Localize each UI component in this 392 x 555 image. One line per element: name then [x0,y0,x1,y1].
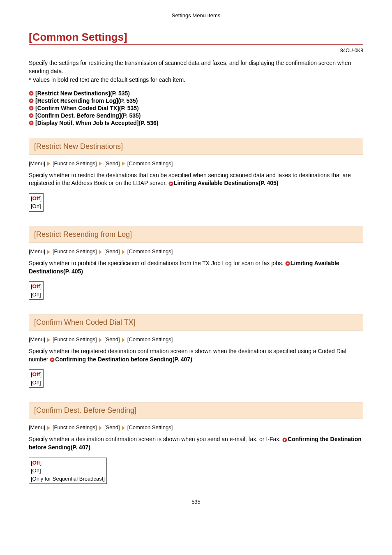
toc-item[interactable]: [Restrict New Destinations](P. 535) [29,90,363,97]
header-label: Settings Menu Items [29,12,363,18]
chevron-right-icon [99,426,102,430]
svg-marker-22 [122,338,125,342]
intro-line-1: Specify the settings for restricting the… [29,59,363,75]
section-restrict-new-destinations: [Restrict New Destinations] [Menu] [Func… [29,139,363,212]
section-description: Specify whether to restrict the destinat… [29,171,363,187]
svg-marker-27 [122,426,125,430]
section-description: Specify whether a destination confirmati… [29,435,363,451]
svg-marker-20 [47,338,50,342]
toc-item-label: [Restrict New Destinations](P. 535) [35,90,130,97]
bullet-icon [285,261,290,266]
chevron-right-icon [47,426,50,430]
chevron-right-icon [99,250,102,254]
toc-list: [Restrict New Destinations](P. 535) [Res… [29,90,363,126]
chevron-right-icon [122,338,125,342]
toc-item-label: [Confirm When Coded Dial TX](P. 535) [35,105,139,111]
intro-block: Specify the settings for restricting the… [29,59,363,84]
svg-marker-25 [47,426,50,430]
bullet-icon [29,91,34,96]
option-default: [Off] [31,370,42,379]
svg-marker-17 [122,250,125,254]
option-item: [Only for Sequential Broadcast] [31,475,105,483]
section-description: Specify whether to prohibit the specific… [29,259,363,275]
breadcrumb: [Menu] [Function Settings] [Send] [Commo… [29,160,363,166]
section-restrict-resending-from-log: [Restrict Resending from Log] [Menu] [Fu… [29,227,363,300]
breadcrumb-part: [Send] [104,336,120,342]
option-default: [Off] [31,194,42,203]
cross-reference-link[interactable]: Confirming the Destination before Sendin… [55,356,192,363]
section-confirm-when-coded-dial-tx: [Confirm When Coded Dial TX] [Menu] [Fun… [29,314,363,388]
chevron-right-icon [47,338,50,342]
breadcrumb-part: [Common Settings] [127,424,173,430]
toc-item[interactable]: [Display Notif. When Job Is Accepted](P.… [29,120,363,126]
toc-item[interactable]: [Restrict Resending from Log](P. 535) [29,97,363,104]
desc-text: Specify whether to prohibit the specific… [29,260,285,266]
svg-marker-21 [99,338,102,342]
breadcrumb-part: [Function Settings] [53,424,97,430]
chevron-right-icon [47,250,50,254]
desc-text: Specify whether a destination confirmati… [29,436,282,442]
page-number: 535 [29,499,363,505]
svg-marker-16 [99,250,102,254]
option-item: [On] [31,467,105,475]
section-title: [Confirm Dest. Before Sending] [29,402,363,419]
svg-marker-12 [122,162,125,166]
section-title: [Restrict New Destinations] [29,139,363,155]
chevron-right-icon [122,162,125,166]
bullet-icon [29,120,34,125]
toc-item[interactable]: [Confirm When Coded Dial TX](P. 535) [29,105,363,111]
breadcrumb-part: [Common Settings] [127,336,173,342]
toc-item[interactable]: [Confirm Dest. Before Sending](P. 535) [29,112,363,119]
bullet-icon [50,357,55,362]
section-title: [Confirm When Coded Dial TX] [29,314,363,331]
bullet-icon [29,106,34,111]
options-box: [Off] [On] [Only for Sequential Broadcas… [29,458,107,484]
svg-marker-10 [47,162,50,166]
breadcrumb-part: [Send] [104,424,120,430]
breadcrumb: [Menu] [Function Settings] [Send] [Commo… [29,248,363,254]
breadcrumb: [Menu] [Function Settings] [Send] [Commo… [29,336,363,342]
option-default: [Off] [31,282,42,291]
intro-line-2: * Values in bold red text are the defaul… [29,76,363,84]
cross-reference-link[interactable]: Limiting Available Destinations(P. 405) [174,180,279,186]
bullet-icon [282,437,287,442]
toc-item-label: [Confirm Dest. Before Sending](P. 535) [35,112,141,119]
breadcrumb-part: [Send] [104,248,120,254]
breadcrumb-part: [Function Settings] [53,248,97,254]
chevron-right-icon [99,338,102,342]
breadcrumb-part: [Function Settings] [53,336,97,342]
section-description: Specify whether the registered destinati… [29,347,363,363]
breadcrumb-part: [Menu] [29,248,45,254]
chevron-right-icon [99,162,102,166]
svg-marker-26 [99,426,102,430]
chevron-right-icon [47,162,50,166]
svg-marker-11 [99,162,102,166]
breadcrumb: [Menu] [Function Settings] [Send] [Commo… [29,424,363,430]
section-confirm-dest-before-sending: [Confirm Dest. Before Sending] [Menu] [F… [29,402,363,484]
toc-item-label: [Restrict Resending from Log](P. 535) [35,97,138,104]
breadcrumb-part: [Menu] [29,160,45,166]
option-item: [On] [31,379,42,387]
bullet-icon [29,113,34,118]
chevron-right-icon [122,250,125,254]
breadcrumb-part: [Common Settings] [127,160,173,166]
svg-marker-15 [47,250,50,254]
options-box: [Off] [On] [29,281,44,300]
breadcrumb-part: [Menu] [29,424,45,430]
options-box: [Off] [On] [29,193,44,212]
breadcrumb-part: [Common Settings] [127,248,173,254]
page-title: [Common Settings] [29,31,363,45]
bullet-icon [168,181,173,186]
toc-item-label: [Display Notif. When Job Is Accepted](P.… [35,120,159,126]
bullet-icon [29,98,34,103]
section-title: [Restrict Resending from Log] [29,227,363,243]
option-item: [On] [31,202,42,210]
option-default: [Off] [31,459,105,467]
options-box: [Off] [On] [29,369,44,388]
breadcrumb-part: [Function Settings] [53,160,97,166]
breadcrumb-part: [Send] [104,160,120,166]
doc-code: 84CU-0K8 [29,48,363,53]
chevron-right-icon [122,426,125,430]
option-item: [On] [31,291,42,299]
breadcrumb-part: [Menu] [29,336,45,342]
